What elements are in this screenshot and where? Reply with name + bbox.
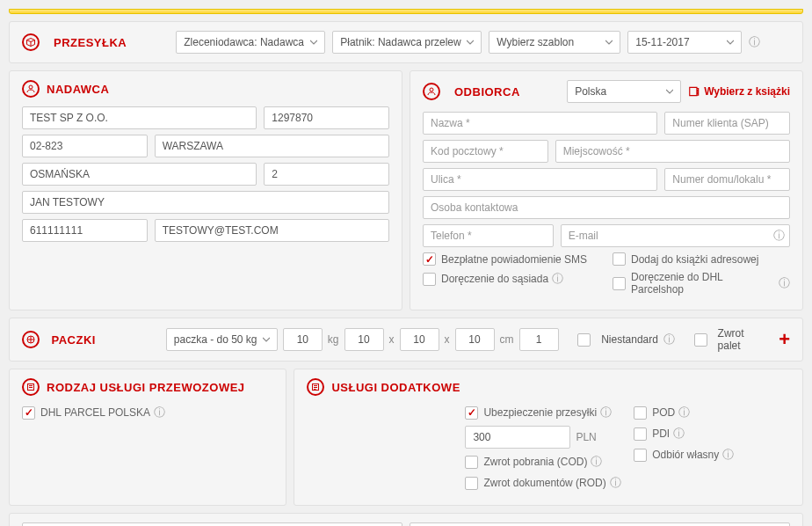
- recipient-icon: [423, 83, 440, 100]
- pdi-label: PDI: [652, 427, 670, 440]
- recipient-contact[interactable]: [423, 196, 790, 219]
- section-uslugi: USŁUGI DODATKOWE Ubezpieczenie przesyłki…: [294, 369, 803, 506]
- package-type-select[interactable]: paczka - do 50 kg: [166, 328, 278, 351]
- platnik-select[interactable]: Płatnik: Nadawca przelewem: [332, 31, 482, 54]
- uslugi-title: USŁUGI DODATKOWE: [331, 381, 460, 394]
- neighbor-label: Doręczenie do sąsiada: [441, 273, 548, 285]
- sender-icon: [22, 80, 40, 98]
- section-nadawca: NADAWCA: [9, 70, 402, 310]
- cod-checkbox[interactable]: [465, 456, 478, 469]
- zleceniodawca-select[interactable]: Zleceniodawca: Nadawca: [176, 31, 325, 54]
- shipment-icon: [22, 33, 40, 51]
- sms-checkbox[interactable]: [423, 252, 436, 266]
- insurance-value[interactable]: [465, 426, 570, 449]
- address-book-link[interactable]: Wybierz z książki: [688, 85, 790, 98]
- pod-label: POD: [652, 406, 675, 419]
- length-input[interactable]: [344, 328, 384, 351]
- height-input[interactable]: [455, 328, 495, 351]
- odbiorca-title: ODBIORCA: [454, 85, 520, 99]
- rod-checkbox[interactable]: [465, 477, 478, 490]
- help-icon[interactable]: ⓘ: [154, 405, 165, 420]
- szablon-select[interactable]: Wybierz szablon: [489, 31, 620, 54]
- help-icon[interactable]: ⓘ: [663, 332, 675, 347]
- help-icon[interactable]: ⓘ: [779, 275, 790, 291]
- service-type-icon: [22, 378, 40, 396]
- nadawca-title: NADAWCA: [47, 83, 109, 96]
- insurance-label: Ubezpieczenie przesyłki: [483, 406, 597, 419]
- sender-city[interactable]: [155, 135, 389, 157]
- sender-contact[interactable]: [22, 191, 389, 214]
- help-icon[interactable]: ⓘ: [678, 405, 690, 420]
- przesylka-title: PRZESYŁKA: [54, 36, 127, 49]
- sms-label: Bezpłatne powiadomienie SMS: [441, 253, 587, 266]
- recipient-postcode[interactable]: [423, 140, 548, 163]
- pod-checkbox[interactable]: [634, 406, 647, 420]
- pln-label: PLN: [576, 431, 596, 443]
- help-icon[interactable]: ⓘ: [591, 454, 602, 470]
- recipient-sap[interactable]: [664, 112, 790, 135]
- help-icon[interactable]: ⓘ: [600, 405, 612, 420]
- svg-point-1: [430, 88, 433, 91]
- date-select[interactable]: 15-11-2017: [627, 31, 742, 54]
- help-icon[interactable]: ⓘ: [773, 228, 785, 244]
- section-rodzaj: RODZAJ USŁUGI PRZEWOZOWEJ DHL PARCEL POL…: [9, 369, 286, 506]
- top-alert-strip: [9, 9, 803, 14]
- section-paczki: PACZKI paczka - do 50 kg kg x x cm Niest…: [9, 318, 803, 362]
- dhl-parcel-label: DHL PARCEL POLSKA: [40, 406, 150, 419]
- add-package-button[interactable]: +: [779, 328, 790, 351]
- recipient-phone[interactable]: [423, 224, 554, 247]
- cm-label: cm: [500, 333, 514, 346]
- pallets-checkbox[interactable]: [694, 333, 707, 347]
- recipient-email[interactable]: [561, 224, 790, 247]
- pickup-label: Odbiór własny: [652, 449, 719, 461]
- nonstandard-label: Niestandard: [601, 333, 658, 346]
- mpk-input[interactable]: [410, 522, 790, 526]
- recipient-city[interactable]: [555, 140, 790, 163]
- help-icon[interactable]: ⓘ: [673, 426, 685, 442]
- kg-label: kg: [328, 333, 339, 346]
- section-odbiorca: ODBIORCA Polska Wybierz z książki: [410, 70, 803, 310]
- reference-input[interactable]: [22, 522, 402, 526]
- parcelshop-label: Doręczenie do DHL Parcelshop: [631, 271, 775, 296]
- rodzaj-title: RODZAJ USŁUGI PRZEWOZOWEJ: [47, 381, 245, 394]
- insurance-checkbox[interactable]: [465, 406, 478, 420]
- width-input[interactable]: [400, 328, 439, 351]
- neighbor-checkbox[interactable]: [423, 273, 436, 286]
- pallets-label: Zwrot palet: [718, 327, 769, 352]
- sender-name[interactable]: [22, 106, 257, 129]
- section-bottom: [9, 513, 803, 526]
- addbook-checkbox[interactable]: [613, 252, 626, 266]
- recipient-house[interactable]: [664, 168, 790, 191]
- help-icon[interactable]: ⓘ: [749, 34, 760, 50]
- help-icon[interactable]: ⓘ: [722, 447, 734, 463]
- cod-label: Zwrot pobrania (COD): [483, 456, 587, 468]
- x-label: x: [445, 333, 450, 346]
- weight-input[interactable]: [283, 328, 323, 351]
- sender-email[interactable]: [155, 219, 389, 242]
- paczki-title: PACZKI: [52, 333, 96, 347]
- recipient-street[interactable]: [423, 168, 657, 191]
- sender-postcode[interactable]: [22, 135, 148, 157]
- sender-phone[interactable]: [22, 219, 148, 242]
- recipient-name[interactable]: [423, 112, 657, 135]
- pdi-checkbox[interactable]: [634, 427, 647, 441]
- sender-sap[interactable]: [264, 106, 389, 129]
- parcelshop-checkbox[interactable]: [613, 277, 626, 290]
- sender-house[interactable]: [264, 163, 389, 186]
- addbook-label: Dodaj do książki adresowej: [631, 253, 758, 266]
- sender-street[interactable]: [22, 163, 257, 186]
- section-przesylka: PRZESYŁKA Zleceniodawca: Nadawca Płatnik…: [9, 21, 803, 63]
- country-select[interactable]: Polska: [567, 80, 681, 103]
- pickup-checkbox[interactable]: [634, 449, 647, 462]
- x-label: x: [389, 333, 395, 346]
- svg-point-0: [29, 85, 33, 89]
- package-icon: [22, 331, 40, 348]
- nonstandard-checkbox[interactable]: [577, 333, 591, 347]
- qty-input[interactable]: [519, 328, 559, 351]
- help-icon[interactable]: ⓘ: [610, 475, 621, 491]
- services-icon: [307, 378, 324, 396]
- help-icon[interactable]: ⓘ: [552, 271, 563, 287]
- rod-label: Zwrot dokumentów (ROD): [483, 477, 605, 489]
- dhl-parcel-checkbox[interactable]: [22, 406, 35, 420]
